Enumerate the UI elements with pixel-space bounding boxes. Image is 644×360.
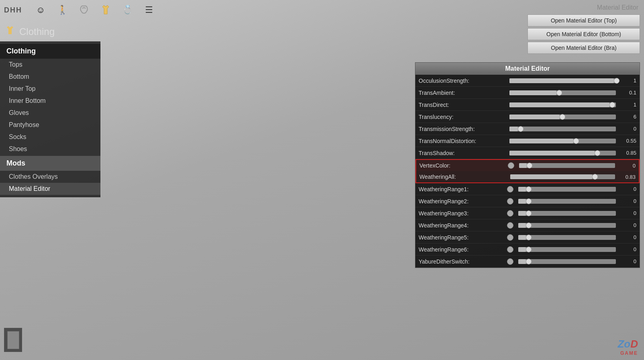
sidebar-item-shoes[interactable]: Shoes [0, 143, 100, 155]
category-clothing: Clothing [0, 44, 100, 59]
clothing-icon[interactable] [98, 3, 113, 17]
mat-row-translucency: Translucency: 6 [415, 111, 640, 123]
accessory-icon[interactable]: 💍 [120, 3, 135, 17]
svg-marker-1 [7, 26, 13, 34]
mat-label-weatheringrange3: WeatheringRange3: [419, 210, 507, 217]
svg-marker-0 [102, 5, 109, 14]
category-mods: Mods [0, 156, 100, 171]
mat-label-weatheringrange2: WeatheringRange2: [419, 198, 507, 205]
sidebar-item-bottom[interactable]: Bottom [0, 71, 100, 83]
weatheringrange2-circle-btn[interactable] [507, 198, 513, 205]
open-mat-bra-button[interactable]: Open Material Editor (Bra) [527, 42, 640, 54]
mat-row-vertexcolor: VertexColor: 0 [415, 159, 640, 171]
mat-value-weatheringrange3: 0 [618, 210, 636, 216]
sidebar-item-pantyhose[interactable]: Pantyhose [0, 119, 100, 131]
mat-row-transambient: TransAmbient: 0.1 [415, 87, 640, 99]
mat-row-weatheringrange4: WeatheringRange4: 0 [415, 219, 640, 231]
sidebar-item-clothes-overlays[interactable]: Clothes Overlays [0, 171, 100, 183]
mat-slider-transnormal[interactable] [509, 139, 616, 143]
mat-row-transnormal: TransNormalDistortion: 0.55 [415, 135, 640, 147]
mat-label-weatheringrange4: WeatheringRange4: [419, 222, 507, 229]
mat-value-transambient: 0.1 [618, 90, 636, 96]
mat-label-vertexcolor: VertexColor: [419, 162, 508, 169]
mat-label-occlusion: OcculusionStrength: [419, 78, 507, 84]
sidebar-item-socks[interactable]: Socks [0, 131, 100, 143]
mat-slider-vertexcolor[interactable] [519, 163, 615, 168]
mat-slider-weatheringrange6[interactable] [518, 247, 616, 252]
mat-label-transdirect: TransDirect: [419, 102, 507, 108]
weatheringrange6-circle-btn[interactable] [507, 246, 513, 253]
sidebar-menu: Clothing Tops Bottom Inner Top Inner Bot… [0, 41, 100, 197]
sidebar-item-inner-top[interactable]: Inner Top [0, 83, 100, 95]
sidebar: Clothing Clothing Tops Bottom Inner Top … [0, 22, 104, 360]
sidebar-clothing-icon [5, 25, 15, 38]
mat-value-weatheringrange6: 0 [618, 246, 636, 252]
hair-icon[interactable] [77, 3, 91, 17]
mat-slider-weatheringrange2[interactable] [518, 199, 616, 204]
vertexcolor-circle-btn[interactable] [508, 162, 514, 169]
mat-row-weatheringrange1: WeatheringRange1: 0 [415, 183, 640, 195]
sidebar-section-title: Clothing [19, 26, 55, 37]
mat-slider-weatheringrange1[interactable] [518, 187, 616, 192]
mat-value-transshadow: 0.85 [618, 150, 636, 156]
logo-game-text: GAME [617, 350, 638, 356]
mat-label-weatheringrange5: WeatheringRange5: [419, 234, 507, 241]
mat-value-vertexcolor: 0 [617, 163, 636, 169]
mat-row-transstrength: TransmissionStrength: 0 [415, 123, 640, 135]
mat-value-weatheringrange4: 0 [618, 222, 636, 228]
weatheringrange5-circle-btn[interactable] [507, 234, 513, 241]
mat-label-transambient: TransAmbient: [419, 90, 507, 96]
mat-value-weatheringrange5: 0 [618, 234, 636, 240]
face-icon[interactable]: ☺ [33, 3, 48, 17]
mat-slider-weatheringall[interactable] [510, 174, 615, 179]
mat-slider-weatheringrange4[interactable] [518, 223, 616, 228]
bottom-left-panel [4, 328, 22, 352]
material-editor-panel-title: Material Editor [415, 63, 640, 75]
mat-label-transnormal: TransNormalDistortion: [419, 138, 507, 144]
mat-label-transstrength: TransmissionStrength: [419, 126, 507, 132]
mat-slider-occlusion[interactable] [509, 78, 616, 83]
material-editor-label: Material Editor [597, 4, 640, 11]
list-icon[interactable]: ☰ [142, 3, 156, 17]
app-title: DHH [4, 6, 22, 14]
open-mat-bottom-button[interactable]: Open Material Editor (Bottom) [527, 28, 640, 40]
open-mat-top-button[interactable]: Open Material Editor (Top) [527, 14, 640, 27]
logo-bottom: ZoD GAME [617, 338, 638, 356]
mat-value-weatheringall: 0.83 [617, 174, 636, 180]
mat-value-translucency: 6 [618, 114, 636, 120]
sidebar-item-inner-bottom[interactable]: Inner Bottom [0, 95, 100, 107]
mat-slider-transambient[interactable] [509, 90, 616, 95]
mat-value-transnormal: 0.55 [618, 138, 636, 144]
weatheringrange1-circle-btn[interactable] [507, 186, 513, 192]
mat-slider-yabure[interactable] [518, 259, 616, 264]
sidebar-item-material-editor[interactable]: Material Editor [0, 183, 100, 195]
body-icon[interactable]: 🚶 [55, 3, 70, 17]
mat-slider-translucency[interactable] [509, 115, 616, 119]
character-preview [7, 331, 19, 349]
mat-row-weatheringrange5: WeatheringRange5: 0 [415, 231, 640, 243]
mat-label-weatheringrange1: WeatheringRange1: [419, 186, 507, 192]
mat-row-weatheringrange2: WeatheringRange2: 0 [415, 195, 640, 207]
sidebar-header: Clothing [0, 22, 104, 41]
mat-row-occlusion: OcculusionStrength: 1 [415, 75, 640, 87]
weatheringrange4-circle-btn[interactable] [507, 222, 513, 229]
mat-slider-transstrength[interactable] [509, 127, 616, 131]
mat-label-yabure: YabureDitherSwitch: [419, 258, 507, 265]
mat-label-transshadow: TransShadow: [419, 150, 507, 156]
mat-label-weatheringrange6: WeatheringRange6: [419, 246, 507, 253]
weatheringrange3-circle-btn[interactable] [507, 210, 513, 217]
material-editor-panel: Material Editor OcculusionStrength: 1 Tr… [415, 62, 640, 268]
mat-value-yabure: 0 [618, 258, 636, 264]
mat-value-occlusion: 1 [618, 78, 636, 84]
sidebar-item-gloves[interactable]: Gloves [0, 107, 100, 119]
mat-slider-transshadow[interactable] [509, 151, 616, 155]
mat-value-weatheringrange1: 0 [618, 186, 636, 192]
mat-slider-weatheringrange3[interactable] [518, 211, 616, 216]
yabure-circle-btn[interactable] [507, 258, 513, 265]
mat-value-weatheringrange2: 0 [618, 198, 636, 204]
sidebar-item-tops[interactable]: Tops [0, 59, 100, 71]
mat-slider-transdirect[interactable] [509, 102, 616, 107]
mat-value-transdirect: 1 [618, 102, 636, 108]
mat-label-translucency: Translucency: [419, 114, 507, 120]
mat-slider-weatheringrange5[interactable] [518, 235, 616, 240]
